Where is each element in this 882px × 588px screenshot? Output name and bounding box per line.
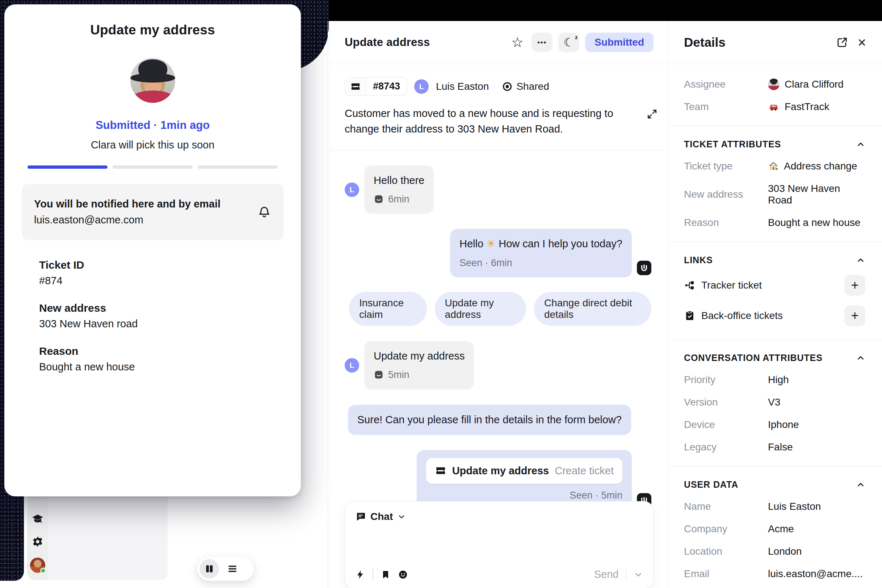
message-status: Seen · 6min	[459, 256, 622, 269]
attribute-row: Email luis.easton@acme....	[684, 568, 866, 580]
section-conversation-attributes[interactable]: CONVERSATION ATTRIBUTES	[684, 352, 866, 363]
attribute-row: Reason Bought a new house	[684, 217, 866, 228]
graduation-cap-icon[interactable]	[31, 513, 44, 526]
user-avatar: L	[345, 183, 359, 197]
fin-bot-avatar	[637, 261, 651, 275]
message-row-outbound: Sure! Can you please fill in the details…	[345, 405, 651, 435]
divider	[669, 126, 882, 126]
columns-view-button[interactable]	[200, 559, 219, 579]
notification-email: luis.easton@acme.com	[34, 214, 143, 226]
conversation-panel: Update address ☆ ••• ☾z Submitted #8743	[328, 21, 668, 588]
chevron-up-icon	[856, 353, 866, 363]
quick-reply-update-address[interactable]: Update my address	[435, 292, 526, 326]
ticket-row: #8743 L Luis Easton Shared	[345, 77, 651, 96]
ticket-card-action: Create ticket	[555, 464, 614, 478]
attribute-row: New address 303 New Haven Road	[684, 183, 866, 206]
chat-icon	[355, 511, 366, 522]
ticket-icon	[345, 78, 366, 95]
message-row-inbound: L Update my address 5min	[345, 341, 651, 390]
saved-replies-bookmark-icon[interactable]	[381, 570, 391, 580]
quick-reply-direct-debit[interactable]: Change direct debit details	[534, 292, 651, 326]
star-icon[interactable]: ☆	[509, 34, 526, 51]
car-icon	[768, 101, 780, 112]
attribute-row: Device Iphone	[684, 419, 866, 430]
create-ticket-card[interactable]: Update my address Create ticket	[426, 458, 622, 484]
card-status: Submitted · 1min ago	[4, 119, 301, 132]
send-options-chevron-icon[interactable]	[634, 570, 643, 579]
message-bubble: Sure! Can you please fill in the details…	[348, 405, 631, 435]
notification-text: You will be notified here and by email	[34, 196, 220, 212]
message-row-outbound: Hello ☀ How can I help you today? Seen ·…	[345, 229, 651, 278]
details-header: Details ×	[669, 21, 882, 64]
channel-label: Chat	[370, 511, 393, 522]
message-bubble: Update my address 5min	[364, 341, 474, 390]
send-button[interactable]: Send	[594, 568, 619, 580]
online-status-dot	[40, 568, 46, 573]
card-fields: Ticket ID #874 New address 303 New Haven…	[39, 259, 301, 373]
field-new-address: New address 303 New Haven road	[39, 302, 301, 330]
add-tracker-ticket-button[interactable]: +	[844, 275, 866, 296]
team-row: Team FastTrack	[684, 101, 866, 112]
status-badge[interactable]: Submitted	[585, 33, 654, 52]
user-avatar: L	[414, 79, 429, 94]
message-meta: 6min	[374, 193, 424, 206]
user-avatar: L	[345, 358, 359, 373]
layout-toggle	[197, 557, 254, 581]
reply-composer[interactable]: Chat Send	[345, 501, 654, 588]
add-back-office-ticket-button[interactable]: +	[844, 305, 866, 326]
divider	[328, 150, 668, 150]
message-bubble: Hello ☀ How can I help you today? Seen ·…	[450, 229, 632, 278]
list-view-button[interactable]	[223, 559, 242, 579]
progress-step-3	[198, 165, 278, 169]
chevron-up-icon	[856, 140, 866, 149]
bell-icon	[257, 205, 271, 219]
conversation-header: Update address ☆ ••• ☾z Submitted	[328, 21, 668, 64]
team-name[interactable]: FastTrack	[784, 101, 829, 112]
section-user-data[interactable]: USER DATA	[684, 479, 866, 490]
quick-replies: Insurance claim Update my address Change…	[345, 292, 651, 326]
message-row-inbound: L Hello there 6min	[345, 165, 651, 214]
shortcuts-lightning-icon[interactable]	[355, 570, 365, 580]
notification-box: You will be notified here and by email l…	[22, 184, 284, 240]
details-panel: Details × Assignee Clara Clifford Team F…	[669, 21, 882, 588]
quick-reply-insurance-claim[interactable]: Insurance claim	[349, 292, 427, 326]
current-user-avatar[interactable]	[30, 558, 45, 573]
tracker-icon	[684, 279, 696, 291]
ticket-card-title: Update my address	[452, 464, 549, 478]
expand-icon[interactable]	[646, 108, 658, 120]
section-ticket-attributes[interactable]: TICKET ATTRIBUTES	[684, 139, 866, 150]
close-icon[interactable]: ×	[858, 35, 866, 50]
ticket-id-pill[interactable]: #8743	[345, 77, 407, 96]
details-title: Details	[684, 35, 726, 50]
divider	[669, 466, 882, 466]
teammate-avatar	[130, 58, 175, 103]
open-in-new-icon[interactable]	[836, 36, 848, 48]
card-title: Update my address	[4, 22, 301, 38]
more-options-button[interactable]: •••	[531, 33, 552, 52]
message-status: Seen · 5min	[426, 489, 622, 502]
assignee-name[interactable]: Clara Clifford	[784, 79, 844, 90]
section-links[interactable]: LINKS	[684, 255, 866, 266]
channel-selector[interactable]: Chat	[355, 511, 643, 522]
conversation-body: #8743 L Luis Easton Shared Customer has …	[328, 77, 668, 588]
divider	[669, 339, 882, 340]
messenger-ticket-card: Update my address Submitted · 1min ago C…	[4, 4, 301, 496]
ellipsis-icon: •••	[537, 38, 547, 46]
assignee-avatar	[768, 79, 780, 90]
clipboard-check-icon	[684, 310, 696, 321]
screen: Update address ☆ ••• ☾z Submitted #8743	[0, 0, 882, 588]
message-meta: 5min	[374, 368, 465, 381]
app-window: Update address ☆ ••• ☾z Submitted #8743	[328, 21, 882, 588]
ticket-icon	[435, 465, 446, 477]
emoji-icon[interactable]	[398, 570, 408, 580]
attribute-row: Ticket type Address change	[684, 160, 866, 172]
settings-gear-icon[interactable]	[31, 535, 44, 548]
attribute-row: Company Acme	[684, 523, 866, 535]
eye-icon	[502, 81, 513, 92]
assignee-row: Assignee Clara Clifford	[684, 79, 866, 90]
chevron-down-icon	[397, 512, 406, 521]
house-icon	[768, 161, 779, 172]
snooze-button[interactable]: ☾z	[558, 33, 579, 52]
ticket-description: Customer has moved to a new house and is…	[345, 106, 631, 137]
attribute-row: Legacy False	[684, 441, 866, 453]
